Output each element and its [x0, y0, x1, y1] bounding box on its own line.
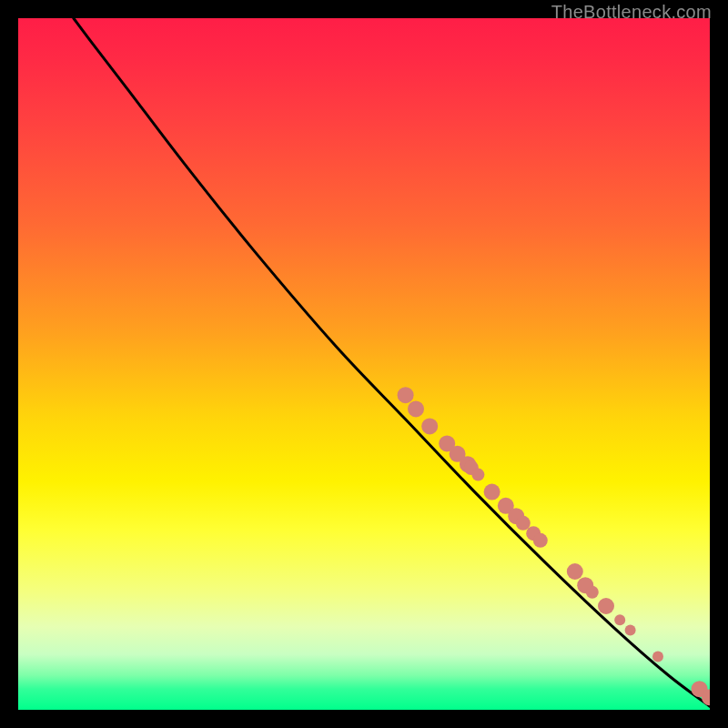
data-marker [408, 400, 424, 417]
data-marker [398, 387, 414, 403]
data-marker [533, 533, 548, 548]
data-marker [516, 516, 531, 531]
data-marker [484, 484, 500, 500]
plot-area [18, 18, 710, 710]
figure-root: TheBottleneck.com [0, 0, 728, 728]
chart-svg [18, 18, 710, 710]
data-marker [421, 418, 438, 434]
data-marker [567, 563, 583, 580]
data-marker [614, 614, 625, 625]
marker-layer [398, 387, 710, 705]
data-marker [598, 598, 614, 614]
data-marker [625, 625, 636, 636]
trend-curve [74, 18, 710, 706]
data-marker [471, 469, 484, 481]
data-marker [652, 651, 663, 662]
data-marker [586, 586, 599, 599]
